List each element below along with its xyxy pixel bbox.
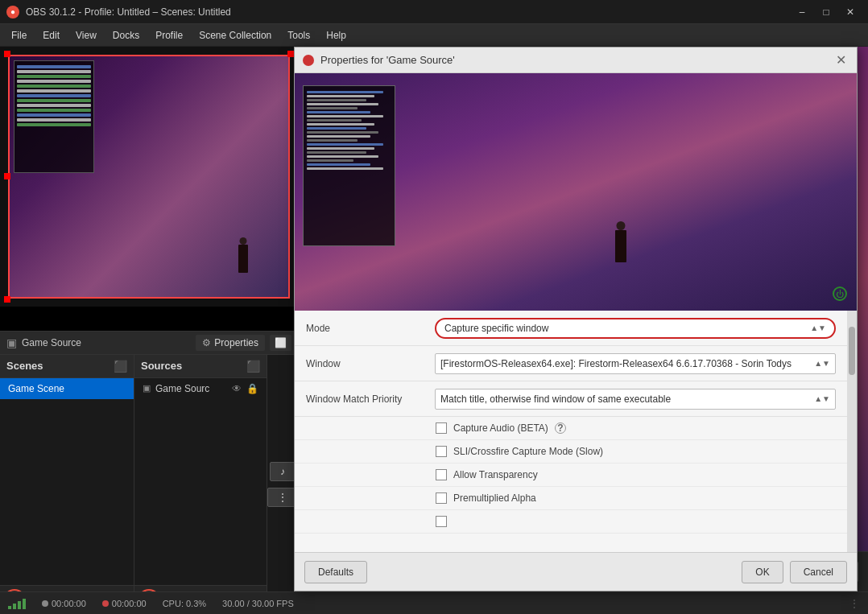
game-overlay-panel xyxy=(14,60,94,173)
titlebar-controls: – □ ✕ xyxy=(791,4,862,20)
time2-status: 00:00:00 xyxy=(102,599,147,608)
game-text-line xyxy=(17,65,91,68)
dialog-footer: Defaults OK Cancel xyxy=(295,552,857,591)
extra-checkbox[interactable] xyxy=(436,516,447,527)
app-icon: ● xyxy=(6,6,19,19)
minimize-button[interactable]: – xyxy=(791,4,813,20)
time2-dot xyxy=(102,600,109,607)
window-label: Window xyxy=(306,358,435,369)
window-select[interactable]: [FirestormOS-Releasex64.exe]: Firestorm-… xyxy=(435,353,836,374)
power-symbol: ⏻ xyxy=(836,290,844,299)
volume-bars xyxy=(8,598,26,609)
game-source-icon: ▣ xyxy=(6,336,17,349)
window-select-value: [FirestormOS-Releasex64.exe]: Firestorm-… xyxy=(440,358,814,369)
menu-tools[interactable]: Tools xyxy=(279,27,318,44)
mode-row: Mode Capture specific window ▲▼ xyxy=(295,311,847,346)
game-text-line xyxy=(17,118,91,122)
menu-help[interactable]: Help xyxy=(318,27,354,44)
scrollbar-thumb[interactable] xyxy=(849,327,855,375)
dialog-game-character xyxy=(615,230,626,262)
properties-button[interactable]: ⚙ Properties xyxy=(196,335,265,351)
dialog-character-head xyxy=(616,221,625,230)
premultiplied-alpha-checkbox[interactable] xyxy=(436,492,447,504)
cancel-button[interactable]: Cancel xyxy=(790,561,847,583)
menu-profile[interactable]: Profile xyxy=(147,27,191,44)
window-match-select[interactable]: Match title, otherwise find window of sa… xyxy=(435,389,836,410)
properties-dialog: Properties for 'Game Source' ✕ xyxy=(294,47,858,591)
selection-handle-tr xyxy=(287,51,294,57)
close-button[interactable]: ✕ xyxy=(839,4,862,20)
time1-status: 00:00:00 xyxy=(42,599,86,608)
ok-button[interactable]: OK xyxy=(742,561,783,583)
sources-panel-expand-icon[interactable]: ⬛ xyxy=(246,360,260,373)
dialog-game-panel xyxy=(303,85,395,246)
scenes-panel-header: Scenes ⬛ xyxy=(0,355,134,378)
sli-capture-checkbox[interactable] xyxy=(436,446,447,457)
defaults-button[interactable]: Defaults xyxy=(304,561,367,583)
statusbar: 00:00:00 00:00:00 CPU: 0.3% 30.00 / 30.0… xyxy=(0,591,868,614)
preview-inner xyxy=(8,55,290,299)
footer-right: OK Cancel xyxy=(742,561,847,583)
menu-view[interactable]: View xyxy=(68,27,105,44)
gear-icon: ⚙ xyxy=(202,337,211,348)
bottom-panels: Scenes ⬛ Game Scene + 🗑 ☰ ▲ xyxy=(0,355,298,615)
dialog-line xyxy=(307,127,366,130)
preview-black-area xyxy=(0,307,298,331)
capture-audio-info-icon[interactable]: ? xyxy=(555,422,566,434)
menu-file[interactable]: File xyxy=(3,27,35,44)
sources-panel-header: Sources ⬛ xyxy=(134,355,267,378)
scene-extra-icon: ⬜ xyxy=(275,337,287,348)
scenes-panel-expand-icon[interactable]: ⬛ xyxy=(114,360,127,373)
dialog-line xyxy=(307,139,358,142)
properties-label: Properties xyxy=(214,337,258,348)
dialog-title-text: Properties for 'Game Source' xyxy=(320,54,455,66)
selection-handle-tl xyxy=(4,51,10,57)
scene-transform-button[interactable]: ♪ xyxy=(270,462,296,481)
fps-status: 30.00 / 30.00 FPS xyxy=(222,599,294,608)
dialog-close-button[interactable]: ✕ xyxy=(833,52,849,68)
dialog-line xyxy=(307,131,378,134)
mode-select[interactable]: Capture specific window ▲▼ xyxy=(435,318,836,339)
eye-icon[interactable]: 👁 xyxy=(232,383,242,394)
menu-docks[interactable]: Docks xyxy=(105,27,147,44)
window-match-control: Match title, otherwise find window of sa… xyxy=(435,389,836,410)
game-text-lines xyxy=(14,61,93,130)
dialog-scrollbar[interactable] xyxy=(847,311,857,552)
left-panel: ▣ Game Source ⚙ Properties ⬜ Scenes ⬛ Ga… xyxy=(0,47,298,614)
time1-label: 00:00:00 xyxy=(52,599,86,608)
game-text-line xyxy=(17,70,91,73)
source-item-game-source[interactable]: ▣ Game Sourc 👁 🔒 xyxy=(134,378,267,399)
titlebar-title: OBS 30.1.2 - Profile: Untitled – Scenes:… xyxy=(26,6,231,18)
allow-transparency-checkbox[interactable] xyxy=(436,469,447,480)
scenes-list: Game Scene xyxy=(0,378,134,586)
dialog-line xyxy=(307,151,366,154)
game-text-line xyxy=(17,80,91,83)
dialog-body-row: Mode Capture specific window ▲▼ Window [… xyxy=(295,311,857,552)
titlebar-left: ● OBS 30.1.2 - Profile: Untitled – Scene… xyxy=(6,6,231,19)
dialog-line xyxy=(307,111,370,113)
capture-audio-checkbox[interactable] xyxy=(436,422,447,434)
extra-row xyxy=(295,510,847,534)
dialog-content: Mode Capture specific window ▲▼ Window [… xyxy=(295,311,847,552)
menu-edit[interactable]: Edit xyxy=(35,27,68,44)
game-text-line xyxy=(17,99,91,102)
game-text-line xyxy=(17,89,91,93)
sources-panel-title: Sources xyxy=(141,360,182,372)
maximize-button[interactable]: □ xyxy=(815,4,837,20)
sli-capture-label: SLI/Crossfire Capture Mode (Slow) xyxy=(453,446,603,457)
menu-scene-collection[interactable]: Scene Collection xyxy=(191,27,279,44)
dialog-line xyxy=(307,167,383,170)
dialog-titlebar: Properties for 'Game Source' ✕ xyxy=(295,47,857,73)
scene-extra-btn[interactable]: ⬜ xyxy=(270,335,291,351)
scene-item-game-scene[interactable]: Game Scene xyxy=(0,378,134,399)
game-text-line xyxy=(17,123,91,126)
cpu-label: CPU: 0.3% xyxy=(163,599,206,608)
game-text-line xyxy=(17,104,91,107)
character-head xyxy=(240,237,247,245)
window-select-arrow-icon: ▲▼ xyxy=(814,359,830,368)
game-source-label: Game Source xyxy=(22,337,81,348)
dialog-line xyxy=(307,159,353,162)
lock-icon[interactable]: 🔒 xyxy=(246,383,258,394)
mode-select-value: Capture specific window xyxy=(444,323,810,334)
selection-handle-bl xyxy=(4,296,10,303)
